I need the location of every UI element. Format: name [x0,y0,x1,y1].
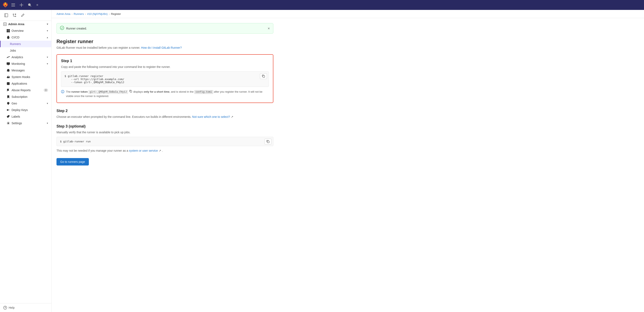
svg-text:✳: ✳ [36,3,38,7]
abuse-reports-label: Abuse Reports [12,89,31,92]
step2-title: Step 2 [56,109,273,113]
token-copy-button[interactable] [129,90,132,93]
hook-icon [6,75,10,79]
sidebar-item-system-hooks[interactable]: System Hooks [0,74,51,80]
step3-footer: This may not be needed if you manage you… [56,149,273,152]
alert-close-button[interactable]: × [268,27,270,30]
sidebar-item-runners[interactable]: Runners [0,41,51,47]
svg-rect-2 [11,6,15,7]
breadcrumb-admin[interactable]: Admin Area [56,12,70,16]
executor-link[interactable]: Not sure which one to select? [192,115,230,118]
grid-icon [6,29,10,32]
sidebar-item-messages[interactable]: Messages [0,67,51,74]
sidebar-collapse-icon[interactable] [2,12,10,19]
search-btn[interactable] [26,2,33,8]
flag-icon [6,89,10,92]
step1-copy-button[interactable] [260,73,267,79]
sidebar-item-analytics[interactable]: Analytics ▾ [0,54,51,61]
merge-request-icon[interactable] [11,12,18,19]
jobs-label: Jobs [10,49,16,52]
gitlab-logo [2,2,8,8]
svg-rect-27 [267,141,269,143]
svg-point-18 [7,109,8,111]
go-to-runners-button[interactable]: Go to runners page [56,158,89,165]
sidebar: Admin Area ▾ Overview ▾ CI/CD ▴ Runners … [0,10,52,312]
sidebar-item-cicd[interactable]: CI/CD ▴ [0,34,51,41]
tag-icon [6,115,10,118]
token-warning: The runner token glrt-_QMDghM_5bBuCa_FHy… [61,90,269,98]
step1-command: $ gitlab-runner register --url https://g… [64,75,265,84]
short-time-bold: only for a short time [144,90,170,93]
admin-area-header[interactable]: Admin Area ▾ [0,21,51,28]
bell-icon [6,69,10,72]
step2-section: Step 2 Choose an executor when prompted … [56,109,273,118]
alert-left: Runner created. [60,26,87,31]
svg-point-25 [62,91,63,91]
svg-rect-26 [130,91,132,92]
sidebar-item-settings[interactable]: Settings ▾ [0,120,51,127]
svg-point-7 [13,14,14,15]
service-link[interactable]: system or user service [129,149,158,152]
breadcrumb-current: Register [111,12,121,16]
svg-rect-14 [8,31,10,32]
svg-rect-12 [8,29,10,31]
rocket-icon [6,36,10,39]
settings-chevron: ▾ [47,122,48,125]
breadcrumb-sep-2: › [85,12,86,16]
sidebar-top-icons [0,10,51,21]
sidebar-item-monitoring[interactable]: Monitoring ▾ [0,61,51,67]
system-hooks-label: System Hooks [12,75,30,79]
token-value: glrt-_QMDghM_5bBuCa_FHy1J [88,90,128,94]
success-alert: Runner created. × [56,23,273,34]
deploy-keys-label: Deploy Keys [12,108,28,112]
step3-desc: Manually verify that the runner is avail… [56,131,273,134]
analytics-label: Analytics [12,56,23,59]
runners-label: Runners [10,42,21,46]
sidebar-item-deploy-keys[interactable]: Deploy Keys [0,107,51,113]
monitoring-chevron: ▾ [47,62,48,65]
sidebar-item-abuse-reports[interactable]: Abuse Reports 0 [0,87,51,94]
main-layout: Admin Area ▾ Overview ▾ CI/CD ▴ Runners … [0,10,644,312]
step3-copy-button[interactable] [264,139,272,144]
svg-point-8 [15,16,16,17]
step3-title: Step 3 (optional) [56,124,273,129]
abuse-reports-badge: 0 [44,89,48,92]
admin-icon [3,23,6,26]
step1-title: Step 1 [61,59,269,63]
sidebar-help[interactable]: Help [0,303,51,312]
admin-area-label: Admin Area [8,23,24,26]
sidebar-item-jobs[interactable]: Jobs [0,47,51,54]
sidebar-item-geo[interactable]: Geo ▾ [0,100,51,107]
step1-box: Step 1 Copy and paste the following comm… [56,54,273,103]
sidebar-toggle-btn[interactable] [10,2,16,8]
sidebar-item-subscription[interactable]: Subscription [0,94,51,100]
svg-rect-11 [7,29,8,31]
svg-rect-1 [11,5,15,5]
copy-icon-2 [266,140,270,143]
breadcrumb-runners[interactable]: Runners [74,12,84,16]
subscription-label: Subscription [12,95,28,98]
plus-btn[interactable] [18,2,25,8]
settings-label: Settings [12,122,22,125]
svg-rect-13 [7,31,8,32]
breadcrumb-runner-id[interactable]: #10 (NjAYNjU6n) [87,12,108,16]
step3-code-block: $ gitlab-runner run [56,137,273,146]
svg-point-22 [60,26,64,30]
install-link[interactable]: How do I install GitLab Runner? [141,46,182,49]
token-warning-text: The runner token glrt-_QMDghM_5bBuCa_FHy… [66,90,269,98]
content-area: Runner created. × Register runner GitLab… [52,18,278,170]
sidebar-item-labels[interactable]: Labels [0,113,51,120]
runner-token-bold: runner token [71,90,88,93]
geo-label: Geo [12,102,17,105]
breadcrumb-sep-1: › [72,12,72,16]
svg-point-15 [8,37,9,38]
sidebar-item-overview[interactable]: Overview ▾ [0,28,51,34]
svg-rect-0 [11,4,15,4]
edit-icon[interactable] [19,12,26,19]
step3-command: $ gitlab-runner run [60,140,270,143]
alert-message: Runner created. [66,27,87,30]
sidebar-item-applications[interactable]: Applications [0,80,51,87]
snowflake-btn[interactable]: ✳ [35,2,41,8]
gear-icon [6,122,10,125]
step1-desc: Copy and paste the following command int… [61,65,269,69]
